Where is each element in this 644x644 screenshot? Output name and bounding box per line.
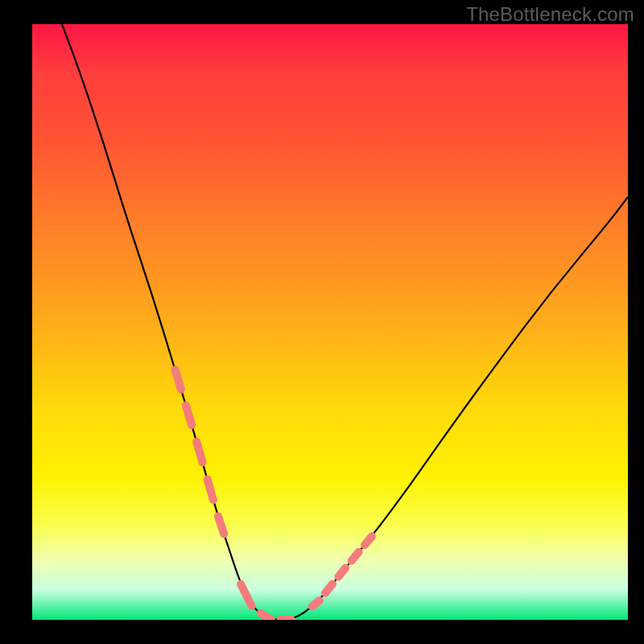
chart-frame: TheBottleneck.com [0,0,644,644]
right-dash-band [312,536,372,606]
curve-svg [32,24,628,620]
plot-area [32,24,628,620]
watermark-text: TheBottleneck.com [466,3,634,26]
bottleneck-curve [62,24,628,620]
left-dash-band [175,369,225,534]
valley-dash-band [241,584,291,620]
